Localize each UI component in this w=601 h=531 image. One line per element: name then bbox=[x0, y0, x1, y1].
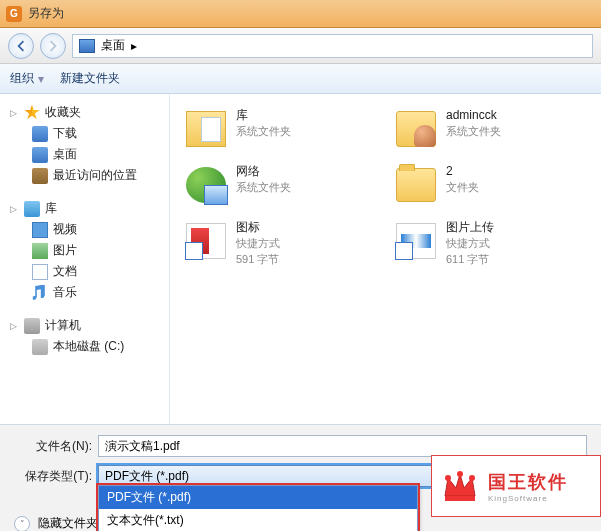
nav-row: 桌面 ▸ bbox=[0, 28, 601, 64]
expand-icon[interactable]: ▷ bbox=[8, 203, 19, 214]
svg-point-2 bbox=[469, 475, 475, 481]
chevron-right-icon: ▸ bbox=[131, 39, 137, 53]
user-folder-icon bbox=[396, 111, 436, 147]
list-item[interactable]: 库系统文件夹 bbox=[180, 104, 390, 160]
file-list[interactable]: 库系统文件夹 admincck系统文件夹 网络系统文件夹 2文件夹 图标快捷方式… bbox=[170, 94, 601, 424]
forward-button[interactable] bbox=[40, 33, 66, 59]
svg-point-0 bbox=[445, 475, 451, 481]
new-folder-button[interactable]: 新建文件夹 bbox=[60, 70, 120, 87]
video-icon bbox=[32, 222, 48, 238]
library-icon bbox=[24, 201, 40, 217]
chevron-down-icon: ▾ bbox=[38, 72, 44, 86]
list-item[interactable]: 2文件夹 bbox=[390, 160, 600, 216]
sidebar-recent[interactable]: 最近访问的位置 bbox=[4, 165, 165, 186]
shortcut-icon bbox=[186, 223, 226, 259]
svg-point-1 bbox=[457, 471, 463, 477]
expand-icon[interactable]: ˅ bbox=[14, 516, 30, 532]
sidebar-favorites[interactable]: ▷收藏夹 bbox=[4, 102, 165, 123]
list-item[interactable]: 网络系统文件夹 bbox=[180, 160, 390, 216]
disk-icon bbox=[32, 339, 48, 355]
desktop-icon bbox=[79, 39, 95, 53]
filetype-dropdown[interactable]: PDF文件 (*.pdf) 文本文件(*.txt) bbox=[98, 485, 418, 531]
watermark-subtext: KingSoftware bbox=[488, 494, 568, 503]
filename-input[interactable] bbox=[98, 435, 587, 457]
watermark: 国王软件 KingSoftware bbox=[431, 455, 601, 517]
computer-icon bbox=[24, 318, 40, 334]
organize-menu[interactable]: 组织 ▾ bbox=[10, 70, 44, 87]
filetype-option[interactable]: 文本文件(*.txt) bbox=[99, 509, 417, 531]
app-icon: G bbox=[6, 6, 22, 22]
library-folder-icon bbox=[186, 111, 226, 147]
network-icon bbox=[186, 167, 226, 203]
expand-icon[interactable]: ▷ bbox=[8, 320, 19, 331]
window-title: 另存为 bbox=[28, 5, 64, 22]
list-item[interactable]: admincck系统文件夹 bbox=[390, 104, 600, 160]
sidebar: ▷收藏夹 下载 桌面 最近访问的位置 ▷库 视频 图片 文档 音乐 ▷计算机 本… bbox=[0, 94, 170, 424]
download-icon bbox=[32, 126, 48, 142]
back-button[interactable] bbox=[8, 33, 34, 59]
watermark-text: 国王软件 bbox=[488, 470, 568, 494]
svg-rect-3 bbox=[445, 496, 475, 501]
sidebar-computer[interactable]: ▷计算机 bbox=[4, 315, 165, 336]
star-icon bbox=[24, 105, 40, 121]
filename-label: 文件名(N): bbox=[14, 438, 92, 455]
crown-icon bbox=[440, 466, 480, 506]
sidebar-pictures[interactable]: 图片 bbox=[4, 240, 165, 261]
sidebar-documents[interactable]: 文档 bbox=[4, 261, 165, 282]
hide-folders-toggle[interactable]: 隐藏文件夹 bbox=[38, 515, 98, 531]
sidebar-libraries[interactable]: ▷库 bbox=[4, 198, 165, 219]
desktop-icon bbox=[32, 147, 48, 163]
title-bar: G 另存为 bbox=[0, 0, 601, 28]
sidebar-music[interactable]: 音乐 bbox=[4, 282, 165, 303]
document-icon bbox=[32, 264, 48, 280]
filetype-option[interactable]: PDF文件 (*.pdf) bbox=[99, 486, 417, 509]
folder-icon bbox=[396, 168, 436, 202]
filetype-label: 保存类型(T): bbox=[14, 468, 92, 485]
breadcrumb[interactable]: 桌面 ▸ bbox=[72, 34, 593, 58]
sidebar-downloads[interactable]: 下载 bbox=[4, 123, 165, 144]
recent-icon bbox=[32, 168, 48, 184]
sidebar-local-disk[interactable]: 本地磁盘 (C:) bbox=[4, 336, 165, 357]
shortcut-icon bbox=[396, 223, 436, 259]
list-item[interactable]: 图片上传快捷方式611 字节 bbox=[390, 216, 600, 272]
sidebar-desktop[interactable]: 桌面 bbox=[4, 144, 165, 165]
breadcrumb-root: 桌面 bbox=[101, 37, 125, 54]
picture-icon bbox=[32, 243, 48, 259]
list-item[interactable]: 图标快捷方式591 字节 bbox=[180, 216, 390, 272]
music-icon bbox=[32, 285, 48, 301]
toolbar: 组织 ▾ 新建文件夹 bbox=[0, 64, 601, 94]
expand-icon[interactable]: ▷ bbox=[8, 107, 19, 118]
sidebar-videos[interactable]: 视频 bbox=[4, 219, 165, 240]
